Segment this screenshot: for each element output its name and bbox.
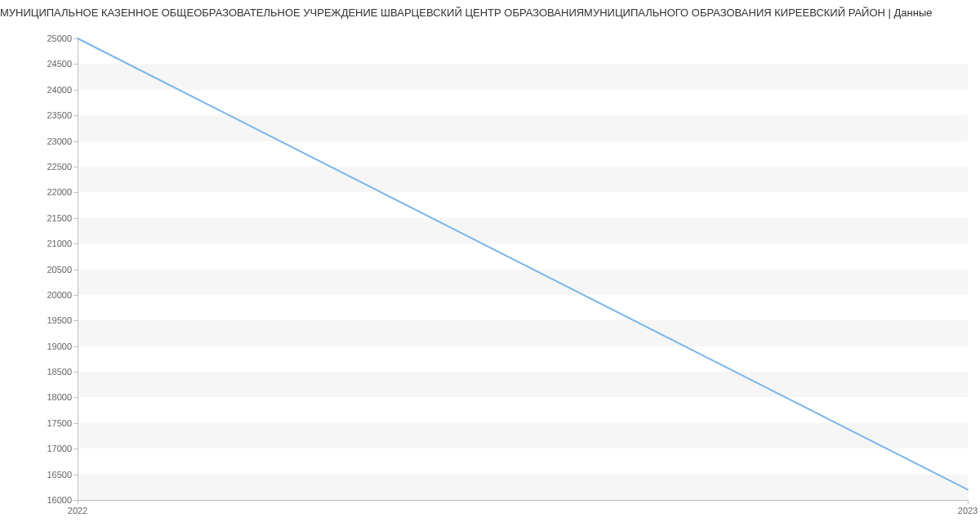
y-axis-label: 23500 <box>47 110 72 120</box>
y-tick <box>74 372 78 373</box>
y-tick <box>74 475 78 475</box>
y-axis-label: 17000 <box>47 444 72 453</box>
chart-title: МУНИЦИПАЛЬНОЕ КАЗЕННОЕ ОБЩЕОБРАЗОВАТЕЛЬН… <box>0 0 980 22</box>
y-tick <box>74 448 78 449</box>
y-tick <box>74 192 78 193</box>
y-axis-label: 24000 <box>47 85 72 95</box>
line-chart-svg <box>78 38 968 500</box>
y-tick <box>74 90 78 91</box>
y-axis-label: 22500 <box>47 162 72 172</box>
y-axis-label: 19000 <box>47 341 72 351</box>
x-tick <box>968 500 969 504</box>
y-axis-label: 18500 <box>47 367 72 377</box>
y-tick <box>74 320 78 321</box>
y-tick <box>74 218 78 219</box>
plot-area <box>78 38 968 500</box>
y-axis-label: 20500 <box>47 265 72 274</box>
x-tick <box>78 500 78 504</box>
y-tick <box>74 270 78 270</box>
y-axis-label: 21500 <box>47 213 72 223</box>
y-axis-label: 16000 <box>47 495 72 505</box>
y-axis-label: 21000 <box>47 239 72 248</box>
y-tick <box>74 38 78 39</box>
y-axis-label: 24500 <box>47 59 72 69</box>
y-axis-line <box>78 38 78 500</box>
y-axis-label: 18000 <box>47 392 72 402</box>
y-tick <box>74 295 78 296</box>
y-axis-label: 20000 <box>47 290 72 300</box>
y-tick <box>74 167 78 167</box>
y-tick <box>74 141 78 142</box>
chart-container: 1600016500170001750018000185001900019500… <box>0 22 980 529</box>
y-tick <box>74 243 78 244</box>
y-axis-label: 17500 <box>47 418 72 428</box>
x-axis-line <box>78 500 968 501</box>
y-axis-label: 19500 <box>47 315 72 325</box>
y-tick <box>74 346 78 347</box>
x-axis-label: 2023 <box>958 506 978 515</box>
x-axis-label: 2022 <box>68 506 87 515</box>
y-axis-label: 16500 <box>47 470 72 480</box>
y-axis-label: 25000 <box>47 33 72 43</box>
y-tick <box>74 115 78 116</box>
y-tick <box>74 397 78 398</box>
y-axis-label: 23000 <box>47 136 72 146</box>
y-tick <box>74 423 78 424</box>
y-axis-label: 22000 <box>47 187 72 197</box>
y-tick <box>74 64 78 65</box>
data-line <box>78 38 968 489</box>
